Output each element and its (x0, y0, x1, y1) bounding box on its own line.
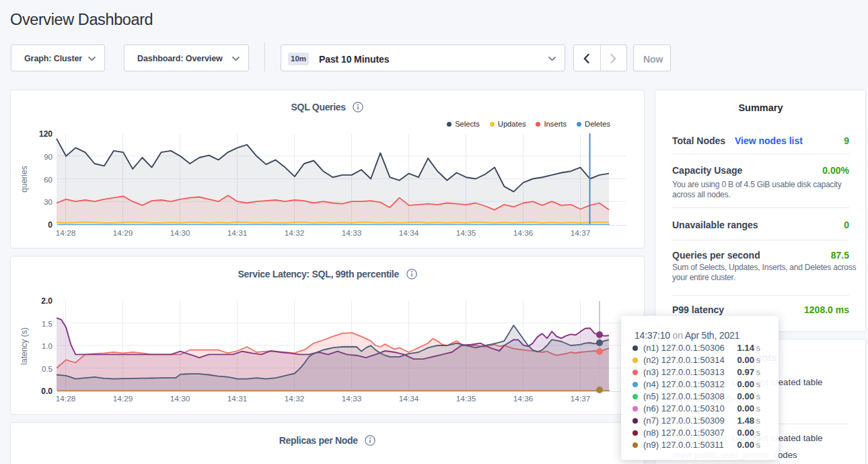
svg-text:60: 60 (44, 176, 52, 184)
svg-text:14:29: 14:29 (113, 228, 133, 238)
svg-text:queries: queries (20, 166, 29, 192)
svg-text:1.5: 1.5 (42, 320, 52, 328)
svg-text:14:29: 14:29 (113, 394, 133, 403)
svg-text:0.0: 0.0 (41, 387, 52, 396)
svg-text:120: 120 (39, 129, 52, 139)
svg-text:14:37: 14:37 (571, 228, 591, 238)
svg-text:14:35: 14:35 (456, 228, 476, 238)
svg-text:1.0: 1.0 (42, 342, 52, 350)
svg-text:14:33: 14:33 (342, 228, 362, 238)
svg-text:14:30: 14:30 (170, 228, 190, 238)
svg-text:90: 90 (44, 153, 52, 161)
svg-text:14:37: 14:37 (571, 394, 591, 403)
svg-text:14:31: 14:31 (227, 394, 248, 403)
svg-text:14:35: 14:35 (456, 394, 476, 403)
svg-text:14:34: 14:34 (399, 228, 419, 238)
svg-text:2.0: 2.0 (41, 296, 52, 306)
svg-text:14:31: 14:31 (227, 228, 248, 238)
svg-text:14:34: 14:34 (399, 394, 419, 403)
svg-text:14:28: 14:28 (56, 228, 76, 238)
svg-text:14:28: 14:28 (56, 394, 76, 403)
svg-text:14:30: 14:30 (170, 394, 190, 403)
svg-text:14:36: 14:36 (513, 228, 534, 238)
svg-text:latency (s): latency (s) (20, 327, 29, 364)
svg-text:14:33: 14:33 (342, 394, 362, 403)
svg-text:0: 0 (48, 220, 52, 230)
svg-text:0.5: 0.5 (42, 365, 52, 373)
svg-text:30: 30 (44, 198, 52, 206)
svg-text:14:32: 14:32 (285, 394, 305, 403)
svg-text:14:32: 14:32 (285, 228, 305, 238)
svg-text:14:36: 14:36 (513, 394, 534, 403)
